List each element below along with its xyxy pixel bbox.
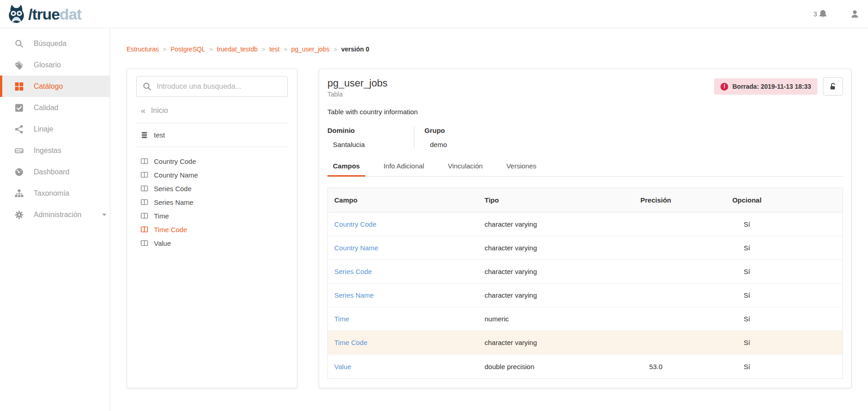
- field-link[interactable]: Series Code: [334, 268, 372, 275]
- breadcrumb-link-postgresql[interactable]: PostgreSQL: [170, 46, 205, 53]
- tree-item-time-code[interactable]: Time Code: [136, 223, 288, 236]
- breadcrumb-link-test[interactable]: test: [269, 46, 280, 53]
- check-square-icon: [15, 103, 24, 112]
- top-header: /truedat 3: [0, 0, 868, 28]
- sidebar-item-ingestas[interactable]: Ingestas: [0, 140, 110, 161]
- tree-item-country-code[interactable]: Country Code: [136, 154, 288, 168]
- deleted-badge: Borrada: 2019-11-13 18:33: [714, 78, 817, 95]
- deleted-badge-text: Borrada: 2019-11-13 18:33: [732, 83, 811, 90]
- breadcrumb-current-version: versión 0: [341, 46, 369, 53]
- breadcrumb-link-truedat-testdb[interactable]: truedat_testdb: [217, 46, 258, 53]
- sidebar-item-dashboard[interactable]: Dashboard: [0, 161, 110, 183]
- search-icon: [143, 82, 152, 91]
- sidebar-item-calidad[interactable]: Calidad: [0, 97, 110, 118]
- field-optional: Sí: [701, 244, 792, 252]
- tags-icon: [15, 61, 24, 70]
- field-type: character varying: [478, 291, 610, 299]
- tree-item-value[interactable]: Value: [136, 236, 288, 250]
- field-link[interactable]: Country Code: [334, 220, 377, 228]
- structure-search-input[interactable]: [136, 76, 288, 97]
- sidebar: Búsqueda Glosario: [0, 28, 110, 411]
- field-link[interactable]: Country Name: [334, 244, 378, 252]
- field-link[interactable]: Time Code: [334, 339, 368, 346]
- sidebar-item-label: Dashboard: [34, 168, 69, 176]
- tree-item-test[interactable]: test: [136, 123, 288, 147]
- table-row: Value double precision 53.0 Sí: [328, 355, 842, 378]
- truedat-logo[interactable]: /truedat: [6, 4, 82, 24]
- columns-icon: [141, 198, 148, 206]
- tree-item-label: Time: [154, 212, 169, 220]
- tree-item-label: test: [154, 131, 165, 139]
- columns-icon: [141, 171, 148, 178]
- field-type: character varying: [478, 268, 610, 275]
- lock-button[interactable]: [823, 77, 843, 96]
- tab-versiones[interactable]: Versiones: [501, 162, 542, 177]
- sidebar-item-busqueda[interactable]: Búsqueda: [0, 33, 110, 54]
- breadcrumb: Estructuras > PostgreSQL > truedat_testd…: [127, 46, 868, 53]
- columns-icon: [141, 239, 148, 247]
- breadcrumb-link-pg-user-jobs[interactable]: pg_user_jobs: [291, 46, 330, 53]
- sidebar-item-linaje[interactable]: Linaje: [0, 118, 110, 140]
- field-link[interactable]: Time: [334, 315, 349, 323]
- user-icon: [850, 9, 860, 19]
- breadcrumb-separator: >: [209, 46, 213, 53]
- tab-vinculacion[interactable]: Vinculación: [442, 162, 488, 177]
- tree-item-label: Time Code: [154, 226, 187, 233]
- alert-circle-icon: [720, 83, 728, 91]
- sitemap-icon: [15, 189, 24, 198]
- field-link[interactable]: Value: [334, 363, 351, 370]
- sidebar-item-label: Administración: [34, 211, 82, 219]
- back-to-home[interactable]: Inicio: [136, 104, 288, 117]
- hard-drive-icon: [15, 146, 24, 155]
- field-type: double precision: [478, 363, 610, 370]
- tree-item-series-code[interactable]: Series Code: [136, 182, 288, 195]
- column-header-tipo: Tipo: [478, 196, 610, 204]
- table-row: Series Code character varying Sí: [328, 260, 842, 284]
- share-nodes-icon: [15, 125, 24, 134]
- sidebar-item-label: Catálogo: [34, 82, 63, 91]
- tree-item-time[interactable]: Time: [136, 209, 288, 223]
- sidebar-item-glosario[interactable]: Glosario: [0, 54, 110, 76]
- gauge-icon: [15, 167, 24, 177]
- sidebar-item-taxonomia[interactable]: Taxonomía: [0, 183, 110, 204]
- sidebar-item-label: Taxonomía: [34, 189, 69, 198]
- structure-title: pg_user_jobs: [327, 77, 388, 89]
- notifications-button[interactable]: 3: [813, 9, 828, 19]
- columns-icon: [141, 226, 148, 233]
- grid-icon: [15, 82, 24, 91]
- field-optional: Sí: [701, 315, 792, 323]
- table-row: Country Code character varying Sí: [328, 213, 842, 236]
- meta-value: demo: [424, 141, 519, 148]
- chevron-down-icon: [102, 212, 107, 218]
- field-optional: Sí: [701, 339, 792, 346]
- tree-item-series-name[interactable]: Series Name: [136, 195, 288, 209]
- column-header-precision: Precisión: [610, 196, 701, 204]
- sidebar-item-administracion[interactable]: Administración: [0, 204, 110, 225]
- breadcrumb-link-estructuras[interactable]: Estructuras: [127, 46, 159, 53]
- search-icon: [15, 39, 24, 48]
- structure-description: Table with country information: [327, 108, 843, 116]
- tree-item-country-name[interactable]: Country Name: [136, 168, 288, 182]
- notification-count: 3: [813, 10, 817, 18]
- table-row: Time numeric Sí: [328, 307, 842, 331]
- owl-logo-icon: [6, 4, 26, 24]
- breadcrumb-separator: >: [163, 46, 167, 53]
- tab-info-adicional[interactable]: Info Adicional: [378, 162, 429, 177]
- app-window: /truedat 3: [0, 0, 868, 411]
- meta-label: Grupo: [424, 127, 519, 134]
- gear-icon: [15, 210, 24, 219]
- user-menu-button[interactable]: [850, 9, 860, 19]
- double-chevron-left-icon: [141, 106, 146, 115]
- meta-dominio: Dominio Santalucia: [327, 127, 414, 148]
- meta-value: Santalucia: [327, 141, 414, 148]
- back-label: Inicio: [151, 107, 168, 115]
- structure-detail-panel: pg_user_jobs Tabla Borrada: 2019-11-13 1…: [319, 69, 852, 388]
- logo-wordmark: /truedat: [28, 6, 82, 22]
- sidebar-item-label: Ingestas: [34, 147, 61, 155]
- field-optional: Sí: [701, 268, 792, 275]
- tree-item-label: Value: [154, 239, 171, 247]
- sidebar-item-catalogo[interactable]: Catálogo: [0, 76, 110, 97]
- tab-campos[interactable]: Campos: [327, 162, 365, 177]
- field-optional: Sí: [701, 291, 792, 299]
- field-link[interactable]: Series Name: [334, 291, 374, 299]
